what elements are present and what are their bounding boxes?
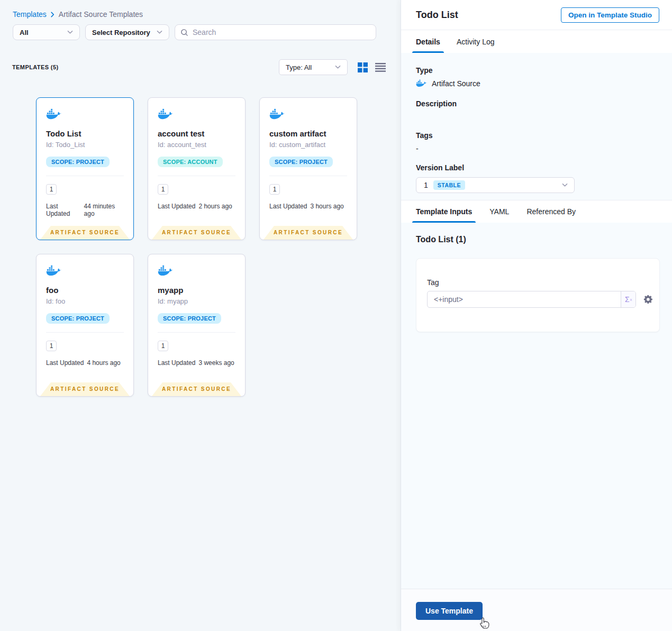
view-toggles (358, 62, 386, 72)
template-id: Id: myapp (158, 297, 235, 305)
template-card-account-test[interactable]: account test Id: account_test SCOPE: ACC… (148, 97, 246, 240)
docker-icon (46, 108, 62, 121)
divider (158, 332, 235, 333)
artifact-source-ribbon: ARTIFACT SOURCE (152, 226, 241, 240)
breadcrumb-templates-link[interactable]: Templates (13, 10, 47, 19)
template-id: Id: Todo_List (46, 141, 124, 149)
last-updated-value: 2 hours ago (198, 203, 232, 210)
panel-title: Todo List (416, 10, 458, 21)
tab-yaml[interactable]: YAML (489, 200, 509, 223)
template-inputs-section: Todo List (1) Tag Σx (401, 223, 672, 589)
last-updated-value: 3 hours ago (310, 203, 343, 210)
scope-filter-dropdown[interactable]: All (13, 24, 80, 40)
template-card-myapp[interactable]: myapp Id: myapp SCOPE: PROJECT 1 Last Up… (148, 254, 246, 397)
sigma-symbol: Σ (625, 295, 630, 304)
type-filter-dropdown[interactable]: Type: All (279, 59, 348, 75)
version-chip: 1 (158, 184, 168, 195)
divider (269, 176, 347, 176)
scope-badge: SCOPE: PROJECT (269, 157, 333, 167)
panel-tabs: Details Activity Log (401, 30, 672, 53)
templates-list-panel: Templates Artifact Source Templates All … (0, 0, 401, 631)
version-chip: 1 (46, 184, 57, 195)
template-id: Id: custom_artifact (269, 141, 347, 149)
version-value: 1 (424, 181, 428, 189)
breadcrumb-current: Artifact Source Templates (59, 10, 143, 19)
tag-label: Tag (427, 278, 653, 287)
tab-template-inputs[interactable]: Template Inputs (416, 200, 472, 223)
chevron-down-icon (335, 65, 341, 69)
inner-tabs: Template Inputs YAML Referenced By (401, 200, 672, 223)
type-value-row: Artifact Source (416, 79, 657, 88)
template-card-custom-artifact[interactable]: custom artifact Id: custom_artifact SCOP… (259, 97, 357, 240)
panel-header: Todo List Open in Template Studio (401, 0, 672, 30)
tag-input-wrap: Σx (427, 291, 636, 308)
template-title: Todo List (46, 129, 124, 138)
divider (158, 176, 235, 176)
stable-badge: STABLE (433, 180, 465, 190)
tab-referenced-by[interactable]: Referenced By (526, 200, 576, 223)
divider (46, 332, 124, 333)
tags-label: Tags (416, 131, 657, 140)
version-chip: 1 (269, 184, 280, 195)
tag-input-row: Σx (427, 291, 653, 308)
version-chip: 1 (158, 341, 168, 351)
last-updated-label: Last Updated (158, 203, 195, 210)
last-updated: Last Updated 2 hours ago (158, 203, 235, 210)
template-title: foo (46, 286, 124, 295)
scope-badge: SCOPE: PROJECT (46, 157, 110, 167)
list-view-icon[interactable] (375, 62, 386, 72)
type-filter-value: Type: All (286, 63, 312, 71)
version-select[interactable]: 1 STABLE (416, 177, 575, 193)
template-cards-grid: Todo List Id: Todo_List SCOPE: PROJECT 1… (0, 75, 401, 397)
scope-filter-value: All (20, 29, 29, 36)
runtime-input-sigma-button[interactable]: Σx (621, 291, 635, 307)
details-section: Type Artifact Source Description Tags - … (401, 53, 672, 200)
last-updated: Last Updated 44 minutes ago (46, 203, 124, 217)
tag-input-card: Tag Σx (416, 258, 660, 332)
template-title: account test (158, 129, 235, 138)
template-title: myapp (158, 286, 235, 295)
version-label: Version Label (416, 163, 657, 172)
scope-badge: SCOPE: PROJECT (46, 313, 110, 324)
open-in-template-studio-button[interactable]: Open in Template Studio (561, 7, 659, 23)
last-updated-label: Last Updated (158, 359, 195, 367)
last-updated-label: Last Updated (46, 359, 84, 367)
grid-view-icon[interactable] (358, 62, 368, 72)
version-chip: 1 (46, 341, 57, 351)
tab-details[interactable]: Details (416, 30, 440, 53)
breadcrumb: Templates Artifact Source Templates (0, 0, 401, 19)
chevron-down-icon (67, 30, 73, 34)
divider (46, 176, 124, 176)
last-updated-value: 3 weeks ago (198, 359, 234, 367)
last-updated-label: Last Updated (46, 203, 81, 217)
tags-value: - (416, 144, 657, 153)
search-box[interactable] (175, 24, 376, 40)
chevron-down-icon (157, 30, 162, 34)
last-updated: Last Updated 4 hours ago (46, 359, 124, 367)
last-updated-value: 44 minutes ago (84, 203, 124, 217)
docker-icon (269, 108, 285, 121)
gear-icon[interactable] (643, 295, 653, 304)
template-details-panel: Todo List Open in Template Studio Detail… (401, 0, 672, 631)
template-card-foo[interactable]: foo Id: foo SCOPE: PROJECT 1 Last Update… (36, 254, 134, 397)
template-card-todo-list[interactable]: Todo List Id: Todo_List SCOPE: PROJECT 1… (36, 97, 134, 240)
panel-footer: Use Template (401, 589, 672, 631)
chevron-down-icon (562, 183, 568, 187)
tag-input[interactable] (428, 291, 621, 307)
docker-icon (416, 79, 427, 88)
artifact-source-ribbon: ARTIFACT SOURCE (40, 226, 130, 240)
last-updated-value: 4 hours ago (87, 359, 120, 367)
last-updated: Last Updated 3 hours ago (269, 203, 347, 210)
template-id: Id: foo (46, 297, 124, 305)
repository-filter-dropdown[interactable]: Select Repository (85, 24, 169, 40)
last-updated: Last Updated 3 weeks ago (158, 359, 235, 367)
docker-icon (158, 265, 174, 277)
artifact-source-ribbon: ARTIFACT SOURCE (40, 382, 130, 396)
tab-activity-log[interactable]: Activity Log (457, 30, 495, 53)
search-input[interactable] (193, 28, 370, 36)
description-label: Description (416, 99, 657, 108)
template-id: Id: account_test (158, 141, 235, 149)
inputs-heading: Todo List (1) (416, 235, 659, 244)
sigma-superscript: x (630, 297, 632, 302)
use-template-button[interactable]: Use Template (416, 602, 483, 620)
